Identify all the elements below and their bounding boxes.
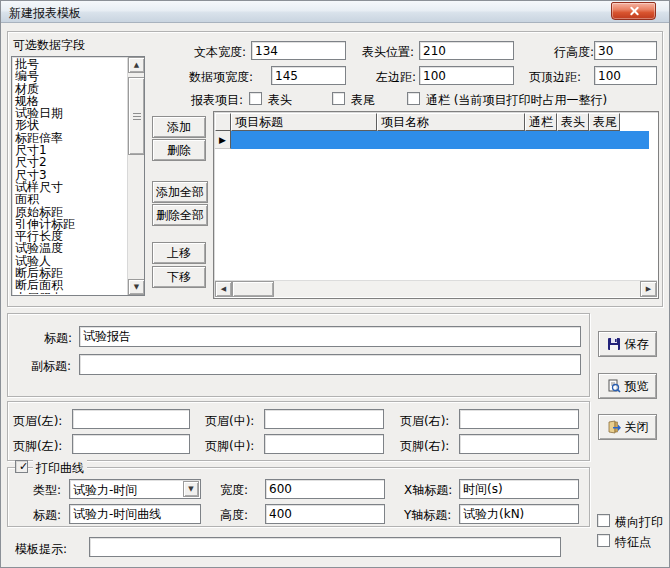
preview-button[interactable]: 预览	[598, 373, 657, 399]
header-center-label: 页眉(中):	[205, 413, 254, 430]
list-item[interactable]: 编号	[13, 70, 127, 82]
list-vertical-scrollbar[interactable]: ▲ ▼	[127, 57, 144, 295]
selected-row[interactable]	[231, 131, 649, 149]
header-center-input[interactable]	[264, 409, 384, 429]
footer-checkbox[interactable]	[332, 92, 345, 105]
grid-col-full-width[interactable]: 通栏	[525, 113, 557, 131]
row-height-input[interactable]	[594, 41, 657, 60]
window-title: 新建报表模板	[9, 5, 81, 22]
header-position-input[interactable]	[419, 41, 514, 60]
page-top-margin-label: 页顶边距:	[529, 69, 581, 86]
thumb-grip-icon	[133, 113, 141, 120]
save-button-label: 保存	[625, 336, 649, 353]
header-right-input[interactable]	[459, 409, 579, 429]
report-items-grid[interactable]: 项目标题 项目名称 通栏 表头 表尾 ▶ ◀ ▶	[213, 111, 659, 299]
curve-width-input[interactable]	[265, 479, 385, 499]
scroll-down-icon[interactable]: ▼	[128, 279, 145, 295]
close-icon	[629, 7, 638, 16]
chevron-down-icon[interactable]: ▼	[183, 481, 199, 497]
curve-title-input[interactable]	[69, 504, 201, 524]
header-right-label: 页眉(右):	[400, 413, 449, 430]
footer-left-label: 页脚(左):	[13, 438, 62, 455]
template-hint-input[interactable]	[89, 537, 561, 557]
grid-col-footer[interactable]: 表尾	[589, 113, 620, 131]
feature-points-label: 特征点	[615, 534, 651, 551]
grid-col-item-name[interactable]: 项目名称	[377, 113, 525, 131]
x-axis-input[interactable]	[459, 479, 579, 499]
report-item-label: 报表项目:	[191, 92, 243, 109]
footer-center-label: 页脚(中):	[205, 438, 254, 455]
print-curve-label: 打印曲线	[33, 460, 87, 477]
grid-header: 项目标题 项目名称 通栏 表头 表尾	[215, 113, 620, 131]
scrollbar-thumb[interactable]	[128, 77, 145, 155]
full-width-checkbox[interactable]	[407, 92, 420, 105]
close-dialog-button[interactable]: 关闭	[598, 414, 657, 440]
curve-title-label: 标题:	[33, 507, 61, 524]
close-button-label: 关闭	[625, 419, 649, 436]
scroll-right-icon[interactable]: ▶	[640, 281, 657, 297]
title-input[interactable]	[79, 326, 581, 347]
list-item[interactable]: 面积	[13, 193, 127, 205]
landscape-checkbox[interactable]	[597, 514, 610, 527]
list-item[interactable]: 原始标距	[13, 206, 127, 218]
footer-right-label: 页脚(右):	[400, 438, 449, 455]
grid-col-selector	[215, 113, 231, 131]
template-hint-label: 模板提示:	[15, 541, 67, 558]
row-height-label: 行高度:	[554, 44, 594, 61]
grid-col-header[interactable]: 表头	[557, 113, 589, 131]
preview-icon	[607, 379, 621, 393]
grid-horizontal-scrollbar[interactable]: ◀ ▶	[215, 280, 657, 297]
move-down-button[interactable]: 下移	[152, 266, 206, 288]
left-margin-label: 左边距:	[376, 69, 416, 86]
text-width-input[interactable]	[251, 41, 346, 60]
feature-points-checkbox[interactable]	[597, 534, 610, 547]
preview-button-label: 预览	[625, 378, 649, 395]
curve-type-value: 试验力-时间	[73, 482, 137, 499]
close-button[interactable]	[611, 2, 656, 20]
footer-center-input[interactable]	[264, 434, 384, 454]
x-axis-label: X轴标题:	[404, 482, 452, 499]
add-all-button[interactable]: 添加全部	[152, 181, 208, 203]
text-width-label: 文本宽度:	[194, 44, 246, 61]
list-item[interactable]: 断后面积	[13, 279, 127, 291]
grid-col-item-title[interactable]: 项目标题	[231, 113, 377, 131]
header-position-label: 表头位置:	[362, 44, 414, 61]
hscrollbar-thumb[interactable]	[232, 281, 274, 297]
save-button[interactable]: 保存	[598, 331, 657, 357]
left-margin-input[interactable]	[419, 66, 514, 85]
header-left-label: 页眉(左):	[13, 413, 62, 430]
curve-type-select[interactable]: 试验力-时间 ▼	[69, 479, 201, 499]
move-up-button[interactable]: 上移	[152, 242, 206, 264]
header-checkbox[interactable]	[249, 92, 262, 105]
list-item[interactable]: 上屈服力	[13, 292, 127, 294]
footer-right-input[interactable]	[459, 434, 579, 454]
curve-height-label: 高度:	[220, 507, 248, 524]
subtitle-input[interactable]	[79, 354, 581, 375]
y-axis-input[interactable]	[459, 504, 579, 524]
remove-button[interactable]: 删除	[152, 139, 206, 161]
y-axis-label: Y轴标题:	[404, 507, 451, 524]
list-item[interactable]: 形状	[13, 119, 127, 131]
fields-panel-label: 可选数据字段	[13, 37, 85, 54]
scroll-up-icon[interactable]: ▲	[128, 57, 145, 73]
print-curve-checkbox[interactable]	[15, 460, 28, 473]
data-item-width-input[interactable]	[271, 66, 346, 85]
header-left-input[interactable]	[72, 409, 190, 429]
list-item[interactable]: 试验温度	[13, 242, 127, 254]
available-fields-listbox[interactable]: 批号编号材质规格试验日期形状标距倍率尺寸1尺寸2尺寸3试样尺寸面积原始标距引伸计…	[11, 56, 145, 296]
scroll-left-icon[interactable]: ◀	[215, 281, 232, 297]
curve-height-input[interactable]	[265, 504, 385, 524]
remove-all-button[interactable]: 删除全部	[152, 204, 208, 226]
add-button[interactable]: 添加	[152, 116, 206, 138]
exit-door-icon	[607, 420, 621, 434]
page-top-margin-input[interactable]	[594, 66, 657, 85]
footer-checkbox-label: 表尾	[351, 92, 375, 109]
row-marker-icon: ▶	[215, 131, 231, 149]
field-list: 批号编号材质规格试验日期形状标距倍率尺寸1尺寸2尺寸3试样尺寸面积原始标距引伸计…	[13, 58, 127, 294]
footer-left-input[interactable]	[72, 434, 190, 454]
list-item[interactable]: 尺寸2	[13, 156, 127, 168]
title-label: 标题:	[44, 330, 72, 347]
save-icon	[607, 337, 621, 351]
landscape-label: 横向打印	[615, 514, 663, 531]
subtitle-label: 副标题:	[31, 358, 71, 375]
